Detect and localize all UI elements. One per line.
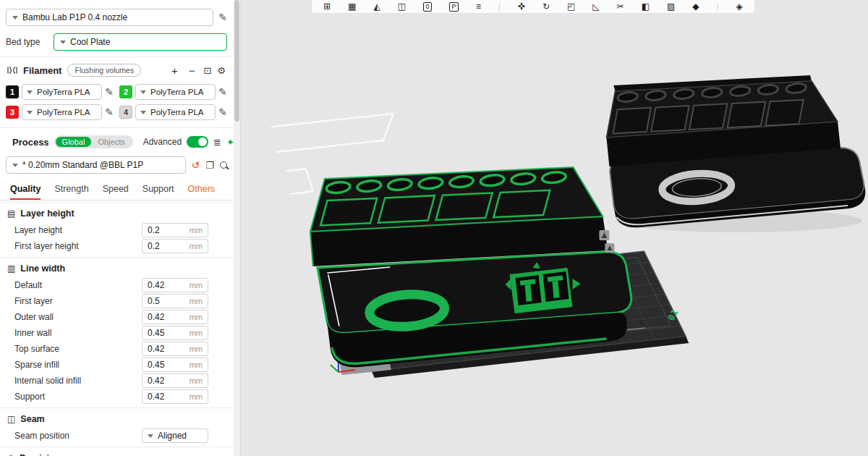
scope-toggle: Global Objects (54, 135, 133, 148)
process-preset-select[interactable]: * 0.20mm Standard @BBL P1P (6, 156, 186, 174)
toolbar-cut-icon[interactable]: ✂ (617, 1, 624, 13)
setting-row-outer-wall: Outer wall0.42mm (0, 309, 233, 325)
chevron-down-icon (27, 111, 33, 114)
toolbar-move-icon[interactable]: ✜ (518, 1, 525, 13)
bambu-studio-window: Bambu Lab P1P 0.4 nozzle ✎ Bed type Cool… (0, 0, 868, 456)
save-preset-icon[interactable]: ❐ (205, 160, 214, 171)
toolbar-support-paint-icon[interactable]: ▨ (667, 1, 675, 13)
section-line-width: ▥Line width (0, 257, 233, 277)
tab-speed[interactable]: Speed (103, 184, 129, 200)
flushing-volumes-button[interactable]: Flushing volumes (67, 64, 141, 77)
add-filament-button[interactable]: + (169, 64, 180, 77)
filament-select-3[interactable]: PolyTerra PLA (22, 104, 102, 120)
toolbar-auto-orient-icon[interactable]: ◭ (373, 1, 380, 13)
filament-grid: 1PolyTerra PLA✎2PolyTerra PLA✎3PolyTerra… (0, 80, 233, 127)
edit-filament-icon[interactable]: ✎ (105, 86, 114, 98)
sparse-infill-input[interactable]: 0.45mm (142, 358, 208, 372)
chevron-down-icon (12, 164, 18, 167)
setting-label: Layer height (14, 225, 142, 235)
filament-slot-2: 2PolyTerra PLA✎ (119, 84, 227, 100)
scope-global-option[interactable]: Global (56, 137, 92, 147)
setting-value: 0.5 (148, 296, 160, 306)
layer-height-input[interactable]: 0.2mm (142, 223, 208, 237)
filament-settings-gear-icon[interactable]: ⚙ (217, 65, 226, 76)
reset-preset-icon[interactable]: ↺ (192, 159, 200, 171)
tab-quality[interactable]: Quality (10, 184, 41, 200)
bed-type-select[interactable]: Cool Plate (54, 33, 227, 51)
filament-index-badge[interactable]: 3 (6, 106, 19, 119)
view-all-settings-icon[interactable]: ≣ (213, 137, 221, 148)
section-title: Seam (20, 414, 44, 424)
first-layer-input[interactable]: 0.5mm (142, 294, 208, 308)
panel-scrollbar[interactable] (234, 0, 240, 456)
toolbar-scale-icon[interactable]: ◰ (567, 1, 575, 13)
advanced-toggle[interactable] (187, 136, 208, 148)
model-unselected[interactable] (606, 75, 865, 227)
toolbar-color-paint-icon[interactable]: ◆ (692, 1, 699, 13)
filament-select-2[interactable]: PolyTerra PLA (135, 84, 216, 100)
printer-select[interactable]: Bambu Lab P1P 0.4 nozzle (6, 9, 213, 26)
filament-index-badge[interactable]: 1 (6, 85, 19, 98)
toolbar-plate-name-icon[interactable]: P (449, 2, 459, 12)
search-settings-icon[interactable] (220, 161, 227, 169)
tab-strength[interactable]: Strength (54, 184, 88, 200)
printer-row: Bambu Lab P1P 0.4 nozzle ✎ (0, 0, 233, 29)
toolbar-label-objects-icon[interactable]: ≡ (476, 1, 481, 13)
bed-type-label: Bed type (6, 37, 48, 47)
preset-row: * 0.20mm Standard @BBL P1P ↺ ❐ (0, 151, 233, 178)
setting-row-seam-position: Seam positionAligned (0, 428, 233, 444)
tab-support[interactable]: Support (142, 184, 174, 200)
toolbar-plate-setting-icon[interactable]: 0 (423, 2, 432, 12)
seam-icon: ◫ (7, 414, 15, 424)
outer-wall-input[interactable]: 0.42mm (142, 310, 208, 324)
setting-unit: mm (190, 360, 203, 369)
edit-filament-icon[interactable]: ✎ (218, 106, 227, 118)
edit-printer-icon[interactable]: ✎ (218, 12, 227, 23)
precision-icon: ⊕ (7, 453, 14, 456)
setting-value: Aligned (158, 431, 187, 441)
filament-header: Filament Flushing volumes + − ⊡ ⚙ (0, 57, 233, 80)
setting-row-inner-wall: Inner wall0.45mm (0, 325, 233, 341)
setting-row-support: Support0.42mm (0, 389, 233, 405)
viewport-3d-canvas[interactable]: 01 (241, 0, 868, 456)
section-title: Layer height (20, 208, 74, 219)
line-width-icon: ▥ (7, 263, 15, 274)
toolbar-assembly-view-icon[interactable]: ◈ (736, 1, 742, 13)
left-panel: Bambu Lab P1P 0.4 nozzle ✎ Bed type Cool… (0, 0, 241, 456)
edit-filament-icon[interactable]: ✎ (105, 106, 114, 118)
scope-objects-option[interactable]: Objects (91, 137, 131, 147)
filament-index-badge[interactable]: 4 (119, 106, 132, 119)
tab-others[interactable]: Others (188, 184, 216, 200)
first-layer-height-input[interactable]: 0.2mm (142, 239, 208, 253)
setting-value: 0.42 (148, 376, 164, 386)
scrollbar-thumb[interactable] (234, 0, 239, 122)
toolbar-auto-arrange-icon[interactable]: ▦ (348, 1, 356, 13)
inner-wall-input[interactable]: 0.45mm (142, 326, 208, 340)
toolbar-rotate-icon[interactable]: ↻ (542, 1, 550, 13)
toolbar-mesh-boolean-icon[interactable]: ◧ (642, 1, 650, 13)
model-selected[interactable] (310, 167, 631, 367)
toolbar-place-on-face-icon[interactable]: ◺ (592, 1, 599, 13)
toolbar-add-plate-icon[interactable]: ⊞ (323, 1, 331, 13)
viewport-3d[interactable]: ⊞▦◭◫0P≡|✜↻◰◺✂◧▨◆|◈ (241, 0, 868, 456)
edit-filament-icon[interactable]: ✎ (218, 86, 227, 98)
default-input[interactable]: 0.42mm (142, 278, 208, 292)
support-input[interactable]: 0.42mm (142, 389, 208, 404)
filament-select-1[interactable]: PolyTerra PLA (22, 84, 102, 100)
top-surface-input[interactable]: 0.42mm (142, 342, 208, 356)
setting-label: Top surface (14, 344, 142, 354)
layer-height-icon: ▤ (7, 208, 15, 219)
filament-spool-icon (7, 65, 17, 75)
settings-sections: ▤Layer heightLayer height0.2mmFirst laye… (0, 202, 233, 456)
setting-value: 0.42 (148, 344, 164, 354)
section-title: Precision (20, 453, 60, 456)
filament-index-badge[interactable]: 2 (119, 85, 132, 98)
internal-solid-infill-input[interactable]: 0.42mm (142, 373, 208, 388)
seam-position-select[interactable]: Aligned (142, 428, 208, 443)
remove-filament-button[interactable]: − (186, 64, 197, 77)
filament-select-4[interactable]: PolyTerra PLA (135, 104, 216, 120)
ams-sync-icon[interactable]: ⊡ (203, 65, 211, 76)
toolbar-split-to-objects-icon[interactable]: ◫ (398, 1, 406, 13)
setting-label: Seam position (14, 431, 142, 441)
setting-value: 0.2 (148, 225, 160, 235)
